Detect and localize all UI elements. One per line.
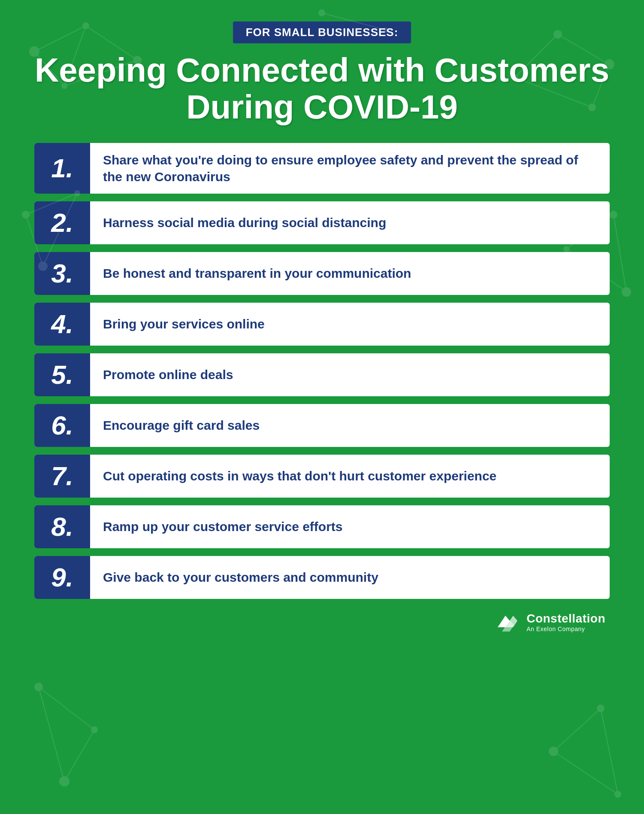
svg-point-17 xyxy=(22,211,30,219)
for-small-businesses-label: FOR SMALL BUSINESSES: xyxy=(233,21,411,43)
svg-line-32 xyxy=(39,687,94,730)
list-item-row: 3.Be honest and transparent in your comm… xyxy=(34,252,610,295)
list-item-number-9: 9. xyxy=(34,556,90,599)
svg-point-37 xyxy=(614,791,621,798)
list-item-row: 6.Encourage gift card sales xyxy=(34,404,610,447)
list-item-row: 2.Harness social media during social dis… xyxy=(34,201,610,244)
header-section: FOR SMALL BUSINESSES: Keeping Connected … xyxy=(34,21,610,126)
svg-point-30 xyxy=(91,726,98,733)
list-item-text-8: Ramp up your customer service efforts xyxy=(90,505,356,548)
list-item-text-6: Encourage gift card sales xyxy=(90,404,272,447)
svg-line-33 xyxy=(64,730,94,781)
svg-point-23 xyxy=(610,211,617,219)
svg-point-31 xyxy=(59,776,70,787)
list-item-row: 1.Share what you're doing to ensure empl… xyxy=(34,143,610,194)
logo-text: Constellation An Exelon Company xyxy=(526,612,605,632)
svg-line-34 xyxy=(39,687,64,781)
list-item-text-3: Be honest and transparent in your commun… xyxy=(90,252,424,295)
svg-point-35 xyxy=(597,705,605,712)
page-container: FOR SMALL BUSINESSES: Keeping Connected … xyxy=(0,0,644,814)
constellation-logo-icon xyxy=(498,612,521,632)
logo-name: Constellation xyxy=(526,612,605,626)
list-item-row: 4.Bring your services online xyxy=(34,303,610,346)
svg-point-36 xyxy=(549,747,558,756)
logo-sub: An Exelon Company xyxy=(526,626,605,632)
list-item-number-7: 7. xyxy=(34,455,90,498)
list-item-text-5: Promote online deals xyxy=(90,353,246,396)
list-item-row: 8.Ramp up your customer service efforts xyxy=(34,505,610,548)
svg-line-38 xyxy=(553,708,601,751)
list-item-row: 7.Cut operating costs in ways that don't… xyxy=(34,455,610,498)
list-item-number-5: 5. xyxy=(34,353,90,396)
svg-point-29 xyxy=(34,683,43,691)
list-item-text-1: Share what you're doing to ensure employ… xyxy=(90,143,610,194)
list-item-number-4: 4. xyxy=(34,303,90,346)
svg-point-41 xyxy=(318,9,325,16)
title-line1: Keeping Connected with Customers xyxy=(34,52,610,89)
list-item-text-7: Cut operating costs in ways that don't h… xyxy=(90,455,509,498)
svg-line-40 xyxy=(553,751,618,794)
constellation-logo: Constellation An Exelon Company xyxy=(498,612,605,632)
list-item-text-9: Give back to your customers and communit… xyxy=(90,556,391,599)
title-line2: During COVID-19 xyxy=(34,89,610,126)
list-item-row: 5.Promote online deals xyxy=(34,353,610,396)
footer-section: Constellation An Exelon Company xyxy=(34,612,610,632)
list-item-row: 9.Give back to your customers and commun… xyxy=(34,556,610,599)
list-item-number-1: 1. xyxy=(34,143,90,194)
svg-point-25 xyxy=(622,287,631,297)
main-title: Keeping Connected with Customers During … xyxy=(34,52,610,126)
svg-line-27 xyxy=(614,215,626,292)
svg-line-39 xyxy=(601,708,618,794)
items-container: 1.Share what you're doing to ensure empl… xyxy=(34,143,610,599)
list-item-text-4: Bring your services online xyxy=(90,303,278,346)
list-item-number-3: 3. xyxy=(34,252,90,295)
list-item-number-2: 2. xyxy=(34,201,90,244)
list-item-text-2: Harness social media during social dista… xyxy=(90,201,399,244)
list-item-number-6: 6. xyxy=(34,404,90,447)
list-item-number-8: 8. xyxy=(34,505,90,548)
